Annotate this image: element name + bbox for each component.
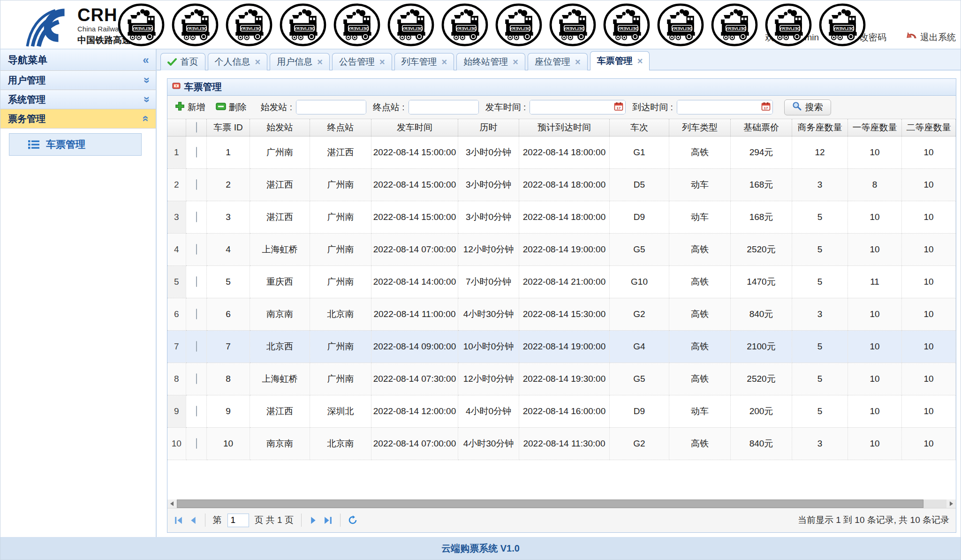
field-input-3[interactable] [677,100,759,114]
cell-depart: 2022-08-14 07:30:00 [371,363,458,395]
tab-车票管理[interactable]: 车票管理× [590,51,650,70]
add-button[interactable]: 新增 [172,99,208,115]
cell-id: 1 [207,136,250,168]
train-badge-icon: DELIVERY [549,3,596,46]
tab-label: 首页 [181,56,198,68]
tab-公告管理[interactable]: 公告管理× [332,53,392,70]
field-input-1[interactable] [409,100,478,114]
last-page-button[interactable] [324,516,333,525]
tab-始终站管理[interactable]: 始终站管理× [456,53,525,70]
row-checkbox[interactable] [196,212,197,222]
collapse-sidebar-icon[interactable]: « [143,54,149,66]
prev-page-button[interactable] [189,516,197,525]
close-icon[interactable]: × [317,57,323,68]
tab-label: 座位管理 [535,56,570,68]
col-select-all [186,119,207,136]
sidebar-section-票务管理[interactable]: 票务管理« [0,109,156,129]
logout-button[interactable]: 退出系统 [906,30,956,44]
scrollbar-track[interactable] [177,499,947,508]
table-row[interactable]: 66南京南北京南2022-08-14 11:00:004小时30分钟2022-0… [167,298,956,330]
close-icon[interactable]: × [637,56,643,67]
field-input-0[interactable] [296,100,366,114]
next-page-button[interactable] [309,516,318,525]
first-page-button[interactable] [174,516,183,525]
col-header-8[interactable]: 基础票价 [731,119,792,136]
cell-first_class: 10 [848,233,902,265]
table-row[interactable]: 11广州南湛江西2022-08-14 15:00:003小时0分钟2022-08… [167,136,956,168]
table-row[interactable]: 44上海虹桥广州南2022-08-14 07:00:0012小时0分钟2022-… [167,233,956,265]
scroll-right-button[interactable] [946,499,956,508]
row-checkbox[interactable] [196,341,197,352]
table-row[interactable]: 88上海虹桥广州南2022-08-14 07:30:0012小时0分钟2022-… [167,363,956,395]
select-all-checkbox[interactable] [196,122,197,133]
table-row[interactable]: 33湛江西广州南2022-08-14 15:00:003小时0分钟2022-08… [167,201,956,233]
cell-checkbox [186,168,207,201]
cell-train: G5 [610,233,669,265]
cell-id: 2 [207,168,250,201]
footer: 云端购票系统 V1.0 [0,537,961,560]
tab-座位管理[interactable]: 座位管理× [528,53,588,70]
tab-列车管理[interactable]: 列车管理× [394,53,454,70]
row-checkbox[interactable] [196,438,197,449]
row-checkbox[interactable] [196,406,197,416]
delete-button[interactable]: 删除 [213,99,250,115]
calendar-button[interactable]: 17 [759,100,772,114]
row-checkbox[interactable] [196,373,197,384]
cell-train: G5 [610,363,669,395]
svg-text:DELIVERY: DELIVERY [186,26,207,31]
close-icon[interactable]: × [442,57,447,68]
col-header-7[interactable]: 列车类型 [669,119,731,136]
table-row[interactable]: 22湛江西广州南2022-08-14 15:00:003小时0分钟2022-08… [167,168,956,201]
col-header-4[interactable]: 历时 [458,119,519,136]
cell-first_class: 10 [848,427,902,460]
scrollbar-thumb[interactable] [177,499,923,508]
main-area: 首页个人信息×用户信息×公告管理×列车管理×始终站管理×座位管理×车票管理× 车… [157,49,961,537]
tab-用户信息[interactable]: 用户信息× [270,53,330,70]
row-checkbox[interactable] [196,244,197,255]
col-header-5[interactable]: 预计到达时间 [519,119,610,136]
row-checkbox[interactable] [196,276,197,287]
calendar-button[interactable]: 17 [612,100,625,114]
crh-logo-swoosh-icon [22,3,75,49]
cell-depart: 2022-08-14 15:00:00 [371,168,458,201]
tab-个人信息[interactable]: 个人信息× [208,53,268,70]
sidebar-item-ticket-management[interactable]: 车票管理 [9,133,142,156]
table-row[interactable]: 1010南京南北京南2022-08-14 07:00:004小时30分钟2022… [167,427,956,460]
col-header-1[interactable]: 始发站 [250,119,310,136]
close-icon[interactable]: × [575,57,581,68]
cell-business: 5 [792,233,848,265]
table-row[interactable]: 55重庆西广州南2022-08-14 14:00:007小时0分钟2022-08… [167,265,956,298]
cell-first_class: 10 [848,330,902,363]
cell-type: 高铁 [669,233,731,265]
col-header-11[interactable]: 二等座数量 [902,119,956,136]
sidebar-section-用户管理[interactable]: 用户管理« [0,71,156,90]
field-input-2[interactable] [530,100,612,114]
sidebar-section-系统管理[interactable]: 系统管理« [0,90,156,109]
table-row[interactable]: 77北京西广州南2022-08-14 09:00:0010小时0分钟2022-0… [167,330,956,363]
close-icon[interactable]: × [379,57,385,68]
page-number-input[interactable] [227,514,249,527]
horizontal-scrollbar[interactable] [167,499,956,508]
search-button[interactable]: 搜索 [784,99,831,115]
tab-首页[interactable]: 首页 [160,53,205,70]
row-checkbox[interactable] [196,179,197,190]
logout-label: 退出系统 [920,31,956,44]
col-header-9[interactable]: 商务座数量 [792,119,848,136]
scroll-left-button[interactable] [167,499,177,508]
col-header-3[interactable]: 发车时间 [371,119,458,136]
row-checkbox[interactable] [196,309,197,319]
close-icon[interactable]: × [255,57,261,68]
col-header-2[interactable]: 终点站 [310,119,371,136]
col-header-0[interactable]: 车票 ID [207,119,250,136]
cell-from: 重庆西 [250,265,310,298]
close-icon[interactable]: × [513,57,518,68]
col-header-6[interactable]: 车次 [610,119,669,136]
cell-rownum: 8 [167,363,186,395]
refresh-button[interactable] [348,515,357,525]
cell-price: 2520元 [731,233,792,265]
col-header-10[interactable]: 一等座数量 [848,119,902,136]
row-checkbox[interactable] [196,147,197,158]
ticket-icon [172,82,181,92]
calendar-icon: 17 [761,102,771,113]
table-row[interactable]: 99湛江西深圳北2022-08-14 12:00:004小时0分钟2022-08… [167,395,956,427]
